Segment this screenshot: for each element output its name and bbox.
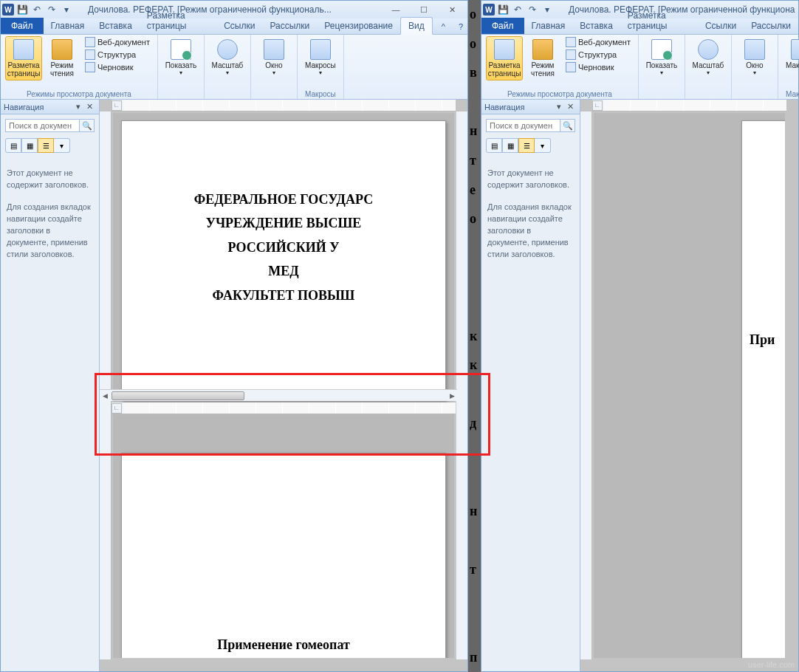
doc-text: МЕД xyxy=(122,259,445,283)
nav-view-results[interactable]: ☰ xyxy=(38,138,54,153)
zoom-button[interactable]: Масштаб▾ xyxy=(690,36,727,79)
nav-search-input[interactable] xyxy=(5,119,80,132)
window-title: Дочилова. РЕФЕРАТ. [Режим ограниченной ф… xyxy=(73,4,382,15)
undo-icon[interactable]: ↶ xyxy=(511,3,524,16)
redo-icon[interactable]: ↷ xyxy=(526,3,539,16)
nav-title: Навигация xyxy=(4,103,44,112)
nav-view-more[interactable]: ▾ xyxy=(54,138,70,153)
ribbon-tabs: Файл Главная Вставка Разметка страницы С… xyxy=(481,18,798,35)
tab-view[interactable]: Вид xyxy=(400,17,433,35)
word-icon: W xyxy=(2,4,14,16)
nav-dropdown-icon[interactable]: ▾ xyxy=(73,102,83,112)
search-icon[interactable]: 🔍 xyxy=(560,119,575,132)
vertical-ruler[interactable] xyxy=(100,112,112,659)
nav-view-results[interactable]: ☰ xyxy=(518,138,535,153)
nav-view-more[interactable]: ▾ xyxy=(535,138,551,153)
macros-button[interactable]: Макросы▾ xyxy=(783,36,799,79)
qat-more-icon[interactable]: ▾ xyxy=(541,3,554,16)
nav-message-1: Этот документ не содержит заголовков. xyxy=(7,168,93,191)
horizontal-ruler-split[interactable]: ∟ xyxy=(112,402,456,414)
horizontal-ruler-top[interactable]: ∟ xyxy=(112,100,456,112)
doc-text: УЧРЕЖДЕНИЕ ВЫСШЕ xyxy=(122,211,445,235)
titlebar: W 💾 ↶ ↷ ▾ Дочилова. РЕФЕРАТ. [Режим огра… xyxy=(1,1,467,18)
outline-button[interactable]: Структура xyxy=(563,49,634,61)
document-page-bottom[interactable]: Применение гомеопат лечении па xyxy=(121,453,446,658)
tab-mailings[interactable]: Рассылки xyxy=(262,18,317,34)
minimize-button[interactable]: — xyxy=(382,2,410,17)
doc-text: ФЕДЕРАЛЬНОЕ ГОСУДАРС xyxy=(122,188,445,211)
help-icon[interactable]: ? xyxy=(454,19,467,34)
nav-dropdown-icon[interactable]: ▾ xyxy=(554,102,564,112)
undo-icon[interactable]: ↶ xyxy=(30,3,44,16)
nav-message-2: Для создания вкладок навигации создайте … xyxy=(7,202,93,261)
doc-text: ФАКУЛЬТЕТ ПОВЫШ xyxy=(122,284,445,307)
doc-text: При xyxy=(742,328,785,352)
nav-search-input[interactable] xyxy=(486,119,560,132)
tab-home[interactable]: Главная xyxy=(524,18,573,34)
horizontal-ruler[interactable]: ∟ xyxy=(592,100,786,112)
nav-view-pages[interactable]: ▦ xyxy=(21,138,38,153)
show-button[interactable]: Показать▾ xyxy=(162,36,199,79)
navigation-pane: Навигация ▾ ✕ 🔍 ▤ ▦ ☰ ▾ Этот документ не… xyxy=(481,100,580,671)
nav-view-headings[interactable]: ▤ xyxy=(486,138,502,153)
tab-references[interactable]: Ссылки xyxy=(216,18,262,34)
ribbon-tabs: Файл Главная Вставка Разметка страницы С… xyxy=(1,18,467,35)
outline-button[interactable]: Структура xyxy=(82,49,153,61)
watermark: user-life.com xyxy=(748,660,795,669)
draft-button[interactable]: Черновик xyxy=(82,61,153,73)
reading-mode-button[interactable]: Режим чтения xyxy=(44,36,80,80)
navigation-pane: Навигация ▾ ✕ 🔍 ▤ ▦ ☰ ▾ Этот документ не… xyxy=(1,100,100,671)
close-button[interactable]: ✕ xyxy=(438,2,466,17)
doc-text: РОССИЙСКИЙ У xyxy=(122,236,445,259)
group-label-macros: Макросы xyxy=(302,89,339,99)
tab-insert[interactable]: Вставка xyxy=(92,18,140,34)
redo-icon[interactable]: ↷ xyxy=(45,3,58,16)
nav-close-button[interactable]: ✕ xyxy=(564,102,577,112)
web-document-button[interactable]: Веб-документ xyxy=(563,36,634,48)
reading-mode-button[interactable]: Режим чтения xyxy=(524,36,561,80)
doc-text: лечении па xyxy=(122,657,445,658)
tab-file[interactable]: Файл xyxy=(1,18,44,34)
scroll-right-icon[interactable]: ▶ xyxy=(447,391,457,401)
tab-insert[interactable]: Вставка xyxy=(572,18,620,34)
maximize-button[interactable]: ☐ xyxy=(410,2,438,17)
print-layout-button[interactable]: Разметка страницы xyxy=(486,36,523,80)
group-label-views: Режимы просмотра документа xyxy=(5,89,153,99)
tab-file[interactable]: Файл xyxy=(481,18,524,34)
document-area: ∟ При xyxy=(580,100,798,671)
macros-button[interactable]: Макросы▾ xyxy=(302,36,339,79)
split-horizontal-scrollbar[interactable]: ◀ ▶ xyxy=(100,389,457,401)
word-icon: W xyxy=(483,4,495,16)
tab-home[interactable]: Главная xyxy=(44,18,92,34)
zoom-button[interactable]: Масштаб▾ xyxy=(209,36,246,79)
vertical-ruler[interactable] xyxy=(580,112,592,659)
window-button[interactable]: Окно▾ xyxy=(736,36,773,79)
tab-references[interactable]: Ссылки xyxy=(698,18,744,34)
nav-close-button[interactable]: ✕ xyxy=(83,102,96,112)
tab-layout[interactable]: Разметка страницы xyxy=(620,7,698,34)
tab-mailings[interactable]: Рассылки xyxy=(744,18,798,34)
qat-more-icon[interactable]: ▾ xyxy=(60,3,73,16)
clipped-text: оовнтео ккднтпо xyxy=(470,0,480,672)
doc-text: Применение гомеопат xyxy=(122,633,445,656)
document-area: ∟ ФЕДЕРАЛЬНОЕ ГОСУДАРС УЧРЕЖДЕНИЕ ВЫСШЕ … xyxy=(100,100,467,671)
tab-layout[interactable]: Разметка страницы xyxy=(140,7,216,34)
ribbon: Разметка страницы Режим чтения Веб-докум… xyxy=(1,35,467,100)
scroll-left-icon[interactable]: ◀ xyxy=(100,391,110,401)
web-document-button[interactable]: Веб-документ xyxy=(82,36,153,48)
save-icon[interactable]: 💾 xyxy=(496,3,510,16)
save-icon[interactable]: 💾 xyxy=(16,3,29,16)
document-page[interactable]: При xyxy=(741,120,785,658)
print-layout-button[interactable]: Разметка страницы xyxy=(5,36,42,80)
show-button[interactable]: Показать▾ xyxy=(643,36,680,79)
tab-review[interactable]: Рецензирование xyxy=(317,18,400,34)
document-page-top[interactable]: ФЕДЕРАЛЬНОЕ ГОСУДАРС УЧРЕЖДЕНИЕ ВЫСШЕ РО… xyxy=(121,120,446,401)
collapse-ribbon-icon[interactable]: ^ xyxy=(437,19,450,34)
nav-view-headings[interactable]: ▤ xyxy=(5,138,21,153)
nav-view-pages[interactable]: ▦ xyxy=(502,138,518,153)
draft-button[interactable]: Черновик xyxy=(563,61,634,73)
search-icon[interactable]: 🔍 xyxy=(80,119,95,132)
ribbon: Разметка страницы Режим чтения Веб-докум… xyxy=(481,35,798,100)
vertical-scrollbar[interactable] xyxy=(456,112,467,659)
window-button[interactable]: Окно▾ xyxy=(256,36,292,79)
